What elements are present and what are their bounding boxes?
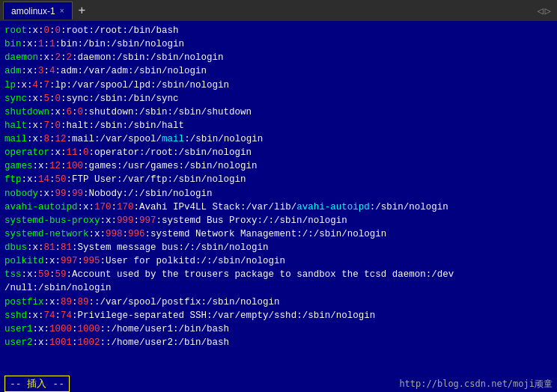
tab-bar: amolinux-1 × + ◁ ▷	[0, 0, 557, 21]
new-tab-button[interactable]: +	[74, 4, 91, 16]
insert-mode-indicator: -- 插入 --	[4, 376, 70, 392]
terminal-line: shutdown:x:6:0:shutdown:/sbin:/sbin/shut…	[4, 105, 553, 119]
terminal-line: bin:x:1:1:bin:/bin:/sbin/nologin	[4, 37, 553, 51]
terminal-line: avahi-autoipd:x:170:170:Avahi IPv4LL Sta…	[4, 200, 553, 214]
nav-right-icon[interactable]: ▷	[545, 4, 551, 16]
terminal-window: amolinux-1 × + ◁ ▷ root:x:0:0:root:/root…	[0, 0, 557, 392]
terminal-line: adm:x:3:4:adm:/var/adm:/sbin/nologin	[4, 64, 553, 78]
terminal-line: systemd-network:x:998:996:systemd Networ…	[4, 227, 553, 241]
terminal-line: user2:x:1001:1002::/home/user2:/bin/bash	[4, 336, 553, 349]
terminal-line: operator:x:11:0:operator:/root:/sbin/nol…	[4, 146, 553, 159]
terminal-line: /null:/sbin/nologin	[4, 281, 553, 295]
terminal-line: ftp:x:14:50:FTP User:/var/ftp:/sbin/nolo…	[4, 173, 553, 186]
terminal-line: dbus:x:81:81:System message bus:/:/sbin/…	[4, 241, 553, 254]
terminal-line: postfix:x:89:89::/var/spool/postfix:/sbi…	[4, 295, 553, 309]
terminal-line: lp:x:4:7:lp:/var/spool/lpd:/sbin/nologin	[4, 79, 553, 92]
terminal-line: systemd-bus-proxy:x:999:997:systemd Bus …	[4, 214, 553, 227]
tab-amolinux[interactable]: amolinux-1 ×	[3, 1, 73, 19]
tab-label: amolinux-1	[11, 6, 55, 16]
status-bar: -- 插入 -- http://blog.csdn.net/moji顽童	[0, 376, 557, 392]
nav-left-icon[interactable]: ◁	[537, 4, 543, 16]
terminal-line: root:x:0:0:root:/root:/bin/bash	[4, 24, 553, 37]
blog-url: http://blog.csdn.net/moji顽童	[399, 378, 553, 391]
terminal-line: polkitd:x:997:995:User for polkitd:/:/sb…	[4, 254, 553, 268]
terminal-line: nobody:x:99:99:Nobody:/:/sbin/nologin	[4, 187, 553, 200]
terminal-output: root:x:0:0:root:/root:/bin/bashbin:x:1:1…	[4, 24, 553, 349]
terminal-line: daemon:x:2:2:daemon:/sbin:/sbin/nologin	[4, 51, 553, 64]
terminal-line: games:x:12:100:games:/usr/games:/sbin/no…	[4, 159, 553, 173]
terminal-line: sshd:x:74:74:Privilege-separated SSH:/va…	[4, 309, 553, 322]
nav-arrows: ◁ ▷	[537, 4, 554, 16]
tab-close-button[interactable]: ×	[60, 7, 64, 15]
terminal-line: mail:x:8:12:mail:/var/spool/mail:/sbin/n…	[4, 132, 553, 146]
terminal-line: user1:x:1000:1000::/home/user1:/bin/bash	[4, 322, 553, 336]
terminal-line: halt:x:7:0:halt:/sbin:/sbin/halt	[4, 119, 553, 132]
terminal-area[interactable]: root:x:0:0:root:/root:/bin/bashbin:x:1:1…	[0, 21, 557, 376]
terminal-line: tss:x:59:59:Account used by the trousers…	[4, 268, 553, 281]
terminal-line: sync:x:5:0:sync:/sbin:/bin/sync	[4, 92, 553, 105]
